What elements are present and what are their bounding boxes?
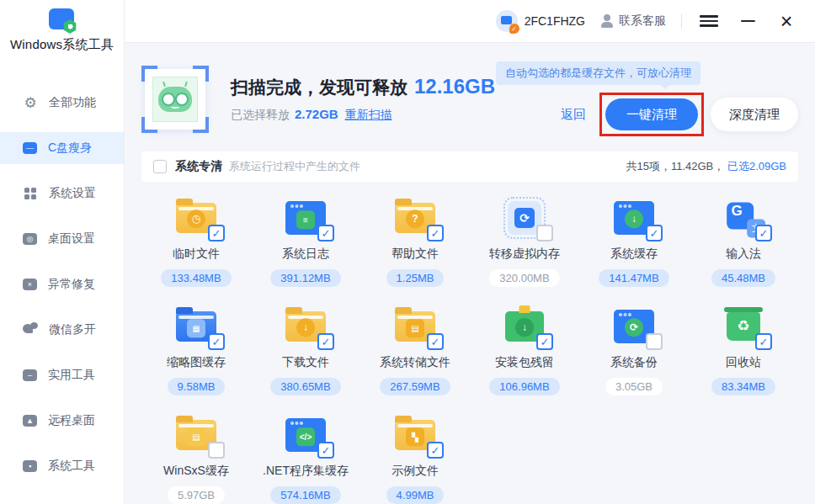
sample-files-folder-icon: ▚ ✓: [393, 416, 437, 454]
app-logo-icon: [47, 8, 77, 34]
cleanup-item-help-files[interactable]: ? ✓ 帮助文件 1.25MB: [360, 199, 470, 287]
item-checkbox[interactable]: ✓: [427, 333, 444, 350]
account-badge[interactable]: 2FC1FHZG: [496, 10, 585, 32]
rescan-link[interactable]: 重新扫描: [345, 108, 392, 123]
section-stats: 共15项，11.42GB， 已选2.09GB: [626, 159, 786, 174]
system-backup-window-icon: ⟳: [612, 307, 656, 346]
system-logs-window-icon: ≡ ✓: [284, 199, 328, 237]
item-name: 回收站: [726, 355, 761, 370]
stats-selected[interactable]: 已选2.09GB: [727, 160, 786, 172]
item-size-badge: 380.65MB: [270, 378, 340, 395]
item-checkbox[interactable]: ✓: [317, 442, 334, 459]
item-name: 示例文件: [392, 464, 439, 479]
cleanup-item-dotnet-cache[interactable]: </> ✓ .NET程序集缓存 574.16MB: [251, 416, 360, 504]
close-icon: ×: [780, 11, 793, 32]
item-checkbox[interactable]: ✓: [427, 225, 444, 241]
minimize-button[interactable]: [736, 9, 759, 33]
cleanup-item-temp-files[interactable]: ◷ ✓ 临时文件 133.48MB: [141, 199, 251, 287]
item-checkbox[interactable]: ✓: [208, 225, 225, 241]
item-checkbox[interactable]: ✓: [427, 442, 444, 459]
cleanup-item-sample-files[interactable]: ▚ ✓ 示例文件 4.99MB: [360, 416, 470, 504]
item-name: 系统备份: [610, 355, 658, 370]
auto-select-tooltip: 自动勾选的都是缓存文件，可放心清理: [496, 61, 700, 85]
briefcase-icon: ▪: [23, 460, 37, 472]
item-name: 输入法: [726, 247, 761, 262]
item-name: 转移虚拟内存: [489, 247, 560, 262]
cleanup-item-input-method[interactable]: G ✓ 输入法 45.48MB: [689, 199, 798, 287]
sidebar-item-label: C盘瘦身: [48, 141, 92, 156]
cleanup-item-system-cache[interactable]: ↓ ✓ 系统缓存 141.47MB: [579, 199, 689, 287]
cleanup-item-dump-files[interactable]: ▤ ✓ 系统转储文件 267.59MB: [360, 307, 470, 395]
sidebar-item-system-tools[interactable]: ▪ 系统工具: [0, 450, 124, 482]
menu-button[interactable]: [697, 9, 721, 33]
winsxs-cache-folder-icon: ▤: [174, 416, 218, 454]
item-size-badge: 3.05GB: [605, 378, 663, 395]
cleanup-item-virtual-memory[interactable]: ⟳ 转移虚拟内存 320.00MB: [470, 199, 579, 287]
account-avatar-icon: [496, 10, 518, 32]
sidebar-item-wechat-multi[interactable]: 微信多开: [0, 314, 124, 346]
item-size-badge: 83.34MB: [711, 378, 775, 395]
close-button[interactable]: ×: [775, 9, 798, 33]
item-checkbox[interactable]: ✓: [755, 333, 772, 350]
item-checkbox[interactable]: [208, 442, 225, 459]
sidebar-item-label: 微信多开: [49, 322, 96, 337]
contact-support-button[interactable]: 联系客服: [600, 13, 666, 29]
item-checkbox[interactable]: [646, 333, 663, 350]
cleanup-item-downloads[interactable]: ↓ ✓ 下载文件 380.65MB: [251, 307, 360, 395]
gear-icon: ⚙: [23, 95, 38, 110]
scan-result-subtitle: 已选择释放 2.72GB 重新扫描: [231, 107, 495, 123]
sidebar-item-label: 桌面设置: [48, 231, 95, 247]
recycle-bin-trash-icon: ♻ ✓: [722, 307, 765, 346]
sidebar-item-label: 异常修复: [48, 277, 95, 292]
cleanup-item-thumbnail-cache[interactable]: ▦ ✓ 缩略图缓存 9.58MB: [141, 307, 251, 395]
sidebar-item-utilities[interactable]: – 实用工具: [0, 359, 124, 391]
input-method-translate-icon: G ✓: [722, 199, 765, 237]
title-bar: 2FC1FHZG 联系客服 ×: [125, 0, 815, 43]
cleanup-item-system-logs[interactable]: ≡ ✓ 系统日志 391.12MB: [251, 199, 360, 287]
thumbnail-cache-folder-icon: ▦ ✓: [174, 307, 218, 346]
disk-icon: —: [23, 142, 37, 154]
person-icon: [600, 14, 614, 28]
sidebar-item-remote-desktop[interactable]: ▲ 远程桌面: [0, 405, 124, 437]
user-id: 2FC1FHZG: [525, 14, 585, 28]
releasable-size: 12.16GB: [414, 75, 495, 98]
one-click-clean-button[interactable]: 一键清理: [605, 98, 698, 130]
item-size-badge: 9.58MB: [168, 378, 226, 395]
sidebar-item-c-drive-slim[interactable]: — C盘瘦身: [0, 132, 124, 164]
cleanup-item-system-backup[interactable]: ⟳ 系统备份 3.05GB: [579, 307, 689, 395]
item-name: 系统缓存: [610, 247, 658, 262]
deep-clean-button[interactable]: 深度清理: [711, 98, 798, 131]
scan-result-title: 扫描完成，发现可释放 12.16GB: [231, 75, 495, 99]
item-size-badge: 391.12MB: [270, 269, 340, 287]
item-checkbox[interactable]: [536, 225, 553, 241]
sidebar-item-all-features[interactable]: ⚙ 全部功能: [0, 87, 124, 119]
item-size-badge: 4.99MB: [386, 486, 445, 504]
cleanup-item-recycle-bin[interactable]: ♻ ✓ 回收站 83.34MB: [689, 307, 798, 395]
sidebar-item-system-settings[interactable]: 系统设置: [0, 178, 124, 210]
sidebar-item-desktop-settings[interactable]: ◎ 桌面设置: [0, 223, 124, 255]
app-title: Windows系统工具: [7, 37, 117, 53]
cleanup-item-installer-residue[interactable]: ↓ ✓ 安装包残留 106.96MB: [470, 307, 579, 395]
cleanup-item-winsxs-cache[interactable]: ▤ WinSxS缓存 5.97GB: [141, 416, 251, 504]
item-checkbox[interactable]: ✓: [646, 225, 663, 241]
selected-size: 2.72GB: [295, 107, 338, 121]
item-checkbox[interactable]: ✓: [317, 225, 334, 241]
temp-files-folder-icon: ◷ ✓: [174, 199, 218, 237]
hamburger-icon: [700, 15, 718, 27]
item-checkbox[interactable]: ✓: [317, 333, 334, 350]
app-logo: Windows系统工具: [0, 0, 124, 53]
back-button[interactable]: 返回: [561, 107, 586, 123]
sidebar-item-error-repair[interactable]: × 异常修复: [0, 268, 124, 300]
item-checkbox[interactable]: ✓: [755, 225, 772, 241]
scan-result-header: 扫描完成，发现可释放 12.16GB 已选择释放 2.72GB 重新扫描 自动勾…: [141, 61, 798, 136]
item-checkbox[interactable]: ✓: [208, 333, 225, 350]
item-name: .NET程序集缓存: [263, 464, 349, 479]
sidebar: Windows系统工具 ⚙ 全部功能 — C盘瘦身 系统设置 ◎ 桌面设置 × …: [0, 0, 125, 504]
sidebar-item-label: 系统设置: [49, 186, 96, 201]
item-name: 系统转储文件: [380, 355, 450, 370]
item-checkbox[interactable]: ✓: [536, 333, 553, 350]
select-all-checkbox[interactable]: [153, 160, 167, 173]
sidebar-item-label: 远程桌面: [48, 413, 95, 428]
wechat-icon: [23, 322, 38, 337]
contact-support-label: 联系客服: [619, 13, 666, 29]
